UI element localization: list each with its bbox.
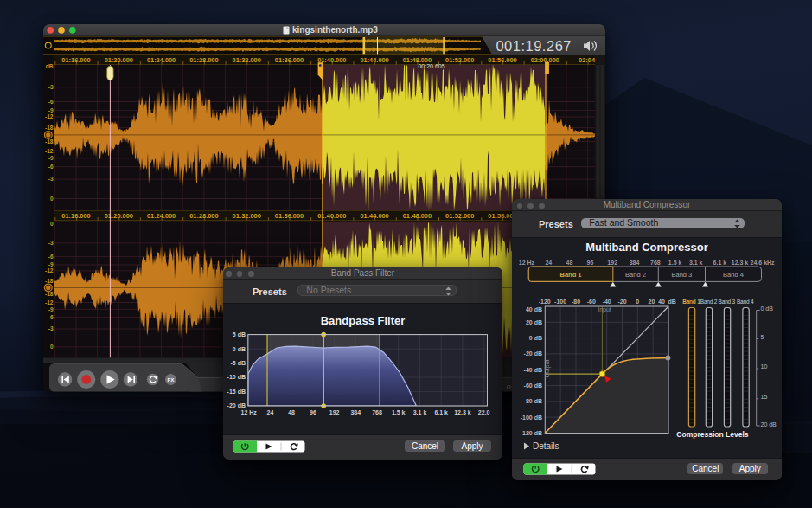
svg-text:00:20.605: 00:20.605 [418,63,444,69]
svg-text:6.1 k: 6.1 k [434,409,448,415]
svg-text:-18: -18 [45,125,54,131]
svg-text:0 dB: 0 dB [233,346,246,352]
svg-text:-60 dB: -60 dB [524,383,542,389]
svg-text:01:36.000: 01:36.000 [275,56,304,64]
svg-text:-15 dB: -15 dB [227,389,246,395]
svg-text:5: 5 [761,334,764,340]
svg-text:12 Hz: 12 Hz [519,260,535,266]
svg-text:1.5 k: 1.5 k [668,260,682,266]
svg-text:01:28.000: 01:28.000 [189,212,218,220]
svg-text:01:56.000: 01:56.000 [488,56,516,64]
svg-text:-40 dB: -40 dB [524,367,542,373]
svg-text:22.0: 22.0 [478,409,490,415]
svg-text:01:44.000: 01:44.000 [360,212,388,220]
svg-text:kingsinthenorth.mp3: kingsinthenorth.mp3 [292,25,378,35]
svg-text:1.5 k: 1.5 k [392,409,406,415]
svg-text:20 dB: 20 dB [761,421,777,428]
svg-text:-120 dB: -120 dB [521,430,542,436]
svg-text:10: 10 [761,363,768,370]
svg-text:0: 0 [50,344,54,350]
svg-text:40 dB: 40 dB [526,306,542,312]
svg-text:Band 2: Band 2 [700,299,718,305]
svg-text:6.1 k: 6.1 k [713,260,727,266]
svg-text:Band 2: Band 2 [625,271,646,279]
svg-text:192: 192 [607,260,617,266]
svg-text:24: 24 [267,409,274,415]
svg-text:01:28.000: 01:28.000 [189,56,218,64]
svg-text:-6: -6 [48,99,54,105]
svg-text:-3: -3 [48,176,54,182]
svg-text:48: 48 [288,409,295,415]
svg-text:Details: Details [533,441,559,451]
svg-text:dB: dB [46,63,54,69]
svg-text:20 dB: 20 dB [526,319,542,325]
svg-text:768: 768 [650,260,661,266]
svg-text:01:40.000: 01:40.000 [317,212,346,220]
svg-text:01:32.000: 01:32.000 [233,56,261,64]
svg-text:-18: -18 [45,278,54,284]
svg-text:-12: -12 [45,299,54,305]
svg-text:-80: -80 [572,299,580,305]
svg-text:24: 24 [545,260,552,266]
svg-text:01:16.000: 01:16.000 [61,212,90,220]
svg-text:02:04.: 02:04. [579,56,597,64]
svg-text:0 dB: 0 dB [529,335,542,341]
svg-text:12.3 k: 12.3 k [732,260,749,266]
svg-text:-3: -3 [48,325,54,331]
svg-text:-3: -3 [48,84,54,90]
svg-text:Band 3: Band 3 [672,271,693,279]
svg-text:-120: -120 [539,299,551,305]
svg-text:12 Hz: 12 Hz [241,409,258,415]
svg-text:-100 dB: -100 dB [521,415,542,421]
svg-text:01:36.000: 01:36.000 [275,212,304,220]
svg-text:Band 4: Band 4 [737,299,754,305]
svg-text:-3: -3 [48,240,54,246]
svg-text:Band 3: Band 3 [719,299,736,305]
svg-text:-10 dB: -10 dB [227,374,246,380]
svg-text:0: 0 [50,196,54,202]
svg-text:-6: -6 [48,164,54,170]
svg-text:-18: -18 [45,138,54,145]
svg-text:Compression Levels: Compression Levels [676,430,748,439]
svg-text:40: 40 [658,299,665,305]
svg-text:96: 96 [310,409,316,415]
svg-text:-12: -12 [45,148,54,154]
svg-text:01:32.000: 01:32.000 [233,212,261,220]
svg-text:Output: Output [544,359,551,377]
svg-text:01:52.000: 01:52.000 [445,56,474,64]
svg-text:-100: -100 [554,299,566,305]
svg-text:Multiband Compressor: Multiband Compressor [585,241,708,254]
svg-text:384: 384 [350,409,361,415]
svg-text:20: 20 [649,299,655,305]
svg-text:Band 1: Band 1 [682,299,700,305]
svg-text:dB: dB [668,299,675,305]
svg-text:01:48.000: 01:48.000 [403,212,432,220]
svg-text:-9: -9 [48,107,54,113]
svg-text:5 dB: 5 dB [233,331,246,338]
svg-text:01:24.000: 01:24.000 [147,212,176,220]
svg-text:24.6 kHz: 24.6 kHz [751,260,776,266]
svg-text:01:24.000: 01:24.000 [147,56,176,64]
svg-text:Input: Input [598,306,611,313]
svg-text:12.3 k: 12.3 k [454,409,471,415]
svg-text:Band 4: Band 4 [723,271,744,279]
svg-text:01:16.000: 01:16.000 [61,56,90,64]
svg-text:3.1 k: 3.1 k [413,409,427,415]
svg-text:FX: FX [168,377,175,383]
svg-text:Bandpass Filter: Bandpass Filter [321,314,406,327]
svg-text:01:52.000: 01:52.000 [445,212,474,220]
svg-text:001:19.267: 001:19.267 [496,38,572,54]
svg-text:Band 1: Band 1 [559,271,581,279]
svg-text:-12: -12 [45,267,54,273]
svg-text:-20 dB: -20 dB [227,402,246,408]
svg-text:15: 15 [761,394,768,400]
svg-text:0: 0 [636,299,639,305]
svg-text:-9: -9 [48,306,54,312]
svg-text:-5 dB: -5 dB [231,360,246,366]
svg-text:48: 48 [566,260,573,266]
svg-text:-20: -20 [617,299,626,305]
svg-text:96: 96 [587,260,594,266]
svg-text:01:20.000: 01:20.000 [105,212,133,220]
svg-text:-9: -9 [48,155,54,161]
svg-text:-60: -60 [587,299,596,305]
